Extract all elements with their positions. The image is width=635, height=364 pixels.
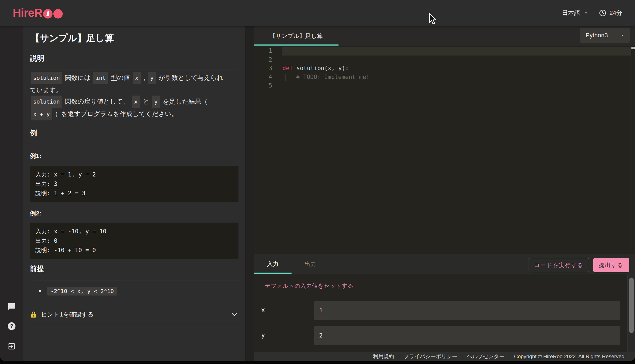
- code-line: 説明: 1 + 2 = 3: [35, 189, 233, 198]
- footer: 利用規約 プライバシーポリシー ヘルプセンター Copyright © Hire…: [254, 352, 635, 361]
- submit-button[interactable]: 提出する: [593, 258, 629, 272]
- tab-label: 【サンプル】足し算: [270, 32, 322, 40]
- panel-divider[interactable]: [246, 26, 254, 361]
- field-label-x: x: [261, 306, 265, 313]
- timer-label: 24分: [610, 9, 622, 17]
- bullet-icon: [39, 290, 41, 292]
- inline-code: x: [132, 96, 140, 108]
- tab-output[interactable]: 出力: [292, 254, 329, 274]
- inline-code: solution: [31, 96, 62, 108]
- hireroo-app: HireR 日本語: [0, 0, 635, 361]
- chevron-down-icon: [583, 10, 589, 16]
- function-signature: solution(x, y):: [293, 65, 349, 72]
- chevron-down-icon: [619, 32, 626, 39]
- clock-icon: [599, 9, 607, 17]
- app-window: HireR 日本語: [0, 0, 635, 364]
- divider: [30, 70, 238, 70]
- language-select[interactable]: Python3: [580, 28, 630, 43]
- language-selector[interactable]: 日本語: [562, 9, 589, 17]
- description-paragraph-1: solution 関数には int 型の値 x , y が引数として与えられてい…: [30, 72, 227, 96]
- text-run: 関数の戻り値として、: [63, 98, 131, 105]
- hint-accordion[interactable]: ヒント1を確認する: [30, 306, 238, 323]
- inline-code: int: [93, 72, 108, 84]
- text-run: 関数には: [63, 74, 92, 81]
- divider: [30, 143, 238, 143]
- tab-input-label: 入力: [267, 260, 279, 268]
- code-line: 入力: x = 1, y = 2: [35, 170, 233, 179]
- console-content: デフォルトの入力値をセットする x y: [254, 274, 635, 352]
- code-line: 出力: 0: [35, 236, 233, 246]
- keyword-def: def: [282, 65, 293, 72]
- editor-line: 1: [254, 47, 631, 56]
- inline-code: x: [133, 72, 141, 84]
- help-icon: ?: [8, 322, 15, 330]
- inline-code: y: [148, 72, 156, 84]
- line-number: 4: [254, 73, 272, 82]
- top-bar: HireR 日本語: [0, 0, 635, 26]
- constraint-chip: -2^10 < x, y < 2^10: [47, 287, 117, 296]
- editor-scrollbar-thumb[interactable]: [631, 47, 635, 49]
- example2-code: 入力: x = -10, y = 10 出力: 0 説明: -10 + 10 =…: [30, 223, 238, 259]
- tab-input[interactable]: 入力: [254, 254, 292, 274]
- text-run: と: [141, 98, 151, 105]
- footer-copyright: Copyright © HireRoo 2022. All Rights Res…: [509, 354, 626, 360]
- code-rows: 1 2 3 def solution(x, y): 4 # TODO: Impl…: [254, 47, 631, 90]
- code-editor[interactable]: 1 2 3 def solution(x, y): 4 # TODO: Impl…: [254, 46, 635, 254]
- submit-label: 提出する: [599, 262, 624, 269]
- logout-icon: [7, 342, 16, 350]
- heading-description: 説明: [30, 54, 44, 63]
- footer-link-help[interactable]: ヘルプセンター: [462, 353, 509, 360]
- console-scrollbar: [627, 274, 635, 352]
- hint-label: ヒント1を確認する: [41, 310, 94, 319]
- logo-o-rabbit-icon: [43, 9, 53, 19]
- help-button[interactable]: ?: [7, 322, 16, 331]
- todo-comment: # TODO: Implement me!: [296, 73, 370, 82]
- console-scrollbar-thumb[interactable]: [629, 278, 634, 333]
- logo-text: HireR: [13, 6, 42, 20]
- heading-examples: 例: [30, 128, 37, 138]
- footer-link-privacy[interactable]: プライバシーポリシー: [399, 353, 462, 360]
- line-number: 5: [254, 81, 272, 90]
- page-title: 【サンプル】足し算: [31, 32, 114, 44]
- code-line: 出力: 3: [35, 179, 233, 189]
- time-remaining: 24分: [599, 9, 622, 17]
- logout-button[interactable]: [7, 342, 16, 351]
- inline-code: x + y: [31, 108, 52, 120]
- inline-code: solution: [31, 72, 62, 84]
- line-number: 3: [254, 64, 272, 73]
- divider: [30, 281, 238, 281]
- inline-code: y: [152, 96, 160, 108]
- set-default-input-link[interactable]: デフォルトの入力値をセットする: [265, 282, 353, 290]
- editor-line: 5: [254, 81, 631, 90]
- example2-label: 例2:: [30, 209, 41, 218]
- text-run: 型の値: [109, 74, 132, 81]
- lock-icon: [30, 311, 37, 318]
- code-line: 入力: x = -10, y = 10: [35, 227, 233, 236]
- right-section: 【サンプル】足し算 Python3 1 2: [254, 26, 635, 361]
- constraint-item: -2^10 < x, y < 2^10: [39, 287, 118, 296]
- field-label-y: y: [261, 331, 265, 339]
- chat-button[interactable]: [7, 302, 16, 311]
- console-panel: 入力 出力 コードを実行する 提出する デフォルトの入力値をセットする x y: [254, 254, 635, 352]
- heading-premise: 前提: [30, 264, 44, 274]
- editor-header: 【サンプル】足し算 Python3: [254, 26, 635, 46]
- rabbit-icon: [45, 11, 51, 17]
- run-code-label: コードを実行する: [534, 262, 583, 269]
- run-code-button[interactable]: コードを実行する: [529, 258, 589, 272]
- editor-line: 4 # TODO: Implement me!: [254, 73, 631, 82]
- language-label: 日本語: [562, 9, 580, 17]
- current-line-highlight: [282, 47, 631, 56]
- footer-link-terms[interactable]: 利用規約: [368, 353, 399, 360]
- divider: [30, 324, 238, 324]
- tab-coding-question[interactable]: 【サンプル】足し算: [254, 26, 339, 46]
- code-text: def solution(x, y):: [282, 64, 349, 73]
- input-x[interactable]: [314, 301, 620, 320]
- left-rail: ?: [0, 26, 23, 361]
- indent-guide: [285, 74, 286, 81]
- input-y[interactable]: [314, 326, 620, 345]
- line-number: 2: [254, 56, 272, 64]
- text-run: ）を返すプログラムを作成してください。: [53, 110, 178, 117]
- code-line: 説明: -10 + 10 = 0: [35, 246, 233, 255]
- text-run: ,: [142, 74, 147, 81]
- editor-line: 2: [254, 56, 631, 64]
